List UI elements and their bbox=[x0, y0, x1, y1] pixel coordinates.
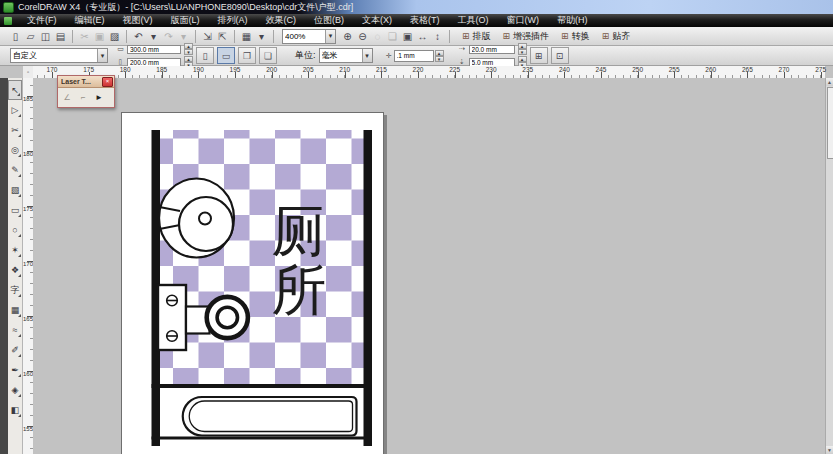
bathtub-object[interactable] bbox=[183, 397, 357, 436]
chevron-down-icon[interactable]: ▾ bbox=[97, 49, 107, 62]
undo-icon[interactable]: ↶ bbox=[131, 29, 146, 44]
table-tool[interactable]: ▦ bbox=[8, 300, 22, 320]
menu-item[interactable]: 版面(L) bbox=[162, 14, 209, 27]
zoom-page-height-icon[interactable]: ↕ bbox=[430, 29, 445, 44]
new-icon[interactable]: ▯ bbox=[8, 29, 23, 44]
zoom-level-input[interactable] bbox=[283, 32, 325, 41]
all-pages-button[interactable]: ❐ bbox=[238, 47, 256, 64]
chevron-down-icon[interactable]: ▾ bbox=[362, 49, 372, 62]
stepper-down-icon[interactable]: ▾ bbox=[518, 49, 527, 55]
landscape-button[interactable]: ▭ bbox=[217, 47, 235, 64]
scrollbar-thumb[interactable] bbox=[827, 87, 833, 159]
text-tool[interactable]: 字 bbox=[8, 280, 22, 300]
page[interactable]: 厕 所 bbox=[121, 112, 384, 454]
eyedropper-tool[interactable]: ✐ bbox=[8, 340, 22, 360]
snap-to-objects-button[interactable]: ⊡ bbox=[551, 47, 569, 64]
sink-drain[interactable] bbox=[199, 213, 211, 225]
menu-item[interactable]: 效果(C) bbox=[257, 14, 306, 27]
interactive-fill-tool[interactable]: ◧ bbox=[8, 400, 22, 420]
zoom-page-width-icon[interactable]: ↔ bbox=[415, 29, 430, 44]
menu-item[interactable]: 视图(V) bbox=[114, 14, 162, 27]
laser-corner-tool[interactable]: ⌐ bbox=[76, 91, 90, 105]
separator[interactable] bbox=[234, 30, 235, 43]
import-icon[interactable]: ⇲ bbox=[200, 29, 215, 44]
redo-caret-icon[interactable]: ▾ bbox=[176, 29, 191, 44]
menu-item[interactable]: 排列(A) bbox=[209, 14, 257, 27]
room-label[interactable]: 厕 所 bbox=[272, 199, 327, 322]
laser-arrow-tool[interactable]: ► bbox=[92, 91, 106, 105]
snap-to-grid-button[interactable]: ⊞ bbox=[530, 47, 548, 64]
units-combo[interactable]: ▾ bbox=[319, 48, 373, 63]
scroll-up-icon[interactable]: ▲ bbox=[826, 78, 833, 86]
drawing-canvas[interactable]: 厕 所 bbox=[122, 113, 383, 454]
laser-toolbar[interactable]: Laser T... × ∠⌐► bbox=[57, 75, 115, 108]
menu-item[interactable]: 文件(F) bbox=[18, 14, 66, 27]
blend-tool[interactable]: ≈ bbox=[8, 320, 22, 340]
crop-tool[interactable]: ✂ bbox=[8, 120, 22, 140]
stepper-down-icon[interactable]: ▾ bbox=[435, 56, 444, 62]
room-wall-right[interactable] bbox=[364, 130, 373, 446]
portrait-button[interactable]: ▯ bbox=[196, 47, 214, 64]
room-label-char-1[interactable]: 厕 bbox=[272, 199, 327, 263]
room-label-char-2[interactable]: 所 bbox=[272, 258, 327, 322]
print-icon[interactable]: ▤ bbox=[53, 29, 68, 44]
chevron-down-icon[interactable]: ▾ bbox=[325, 30, 335, 43]
page-width-input[interactable] bbox=[127, 45, 181, 54]
ellipse-tool[interactable]: ○ bbox=[8, 220, 22, 240]
redo-icon[interactable]: ↷ bbox=[161, 29, 176, 44]
close-icon[interactable]: × bbox=[102, 77, 113, 87]
basic-shapes-tool[interactable]: ❖ bbox=[8, 260, 22, 280]
smart-fill-tool[interactable]: ▧ bbox=[8, 180, 22, 200]
sink-object[interactable] bbox=[159, 179, 234, 258]
paste-icon[interactable]: ▨ bbox=[107, 29, 122, 44]
export-icon[interactable]: ⇱ bbox=[215, 29, 230, 44]
units-input[interactable] bbox=[320, 51, 362, 60]
laser-toolbar-titlebar[interactable]: Laser T... × bbox=[58, 76, 114, 88]
pick-tool[interactable]: ↖ bbox=[8, 80, 22, 100]
open-icon[interactable]: ▱ bbox=[23, 29, 38, 44]
room-wall-divider[interactable] bbox=[152, 384, 373, 388]
undo-caret-icon[interactable]: ▾ bbox=[146, 29, 161, 44]
plugin-convert-button[interactable]: ⊞ 转换 bbox=[561, 30, 590, 43]
document-icon[interactable] bbox=[4, 17, 12, 25]
zoom-selected-icon[interactable]: ◌ bbox=[370, 29, 385, 44]
zoom-level-combo[interactable]: ▾ bbox=[282, 29, 336, 44]
workspace[interactable]: 厕 所 bbox=[33, 78, 825, 454]
menu-item[interactable]: 表格(T) bbox=[401, 14, 449, 27]
zoom-in-icon[interactable]: ⊕ bbox=[340, 29, 355, 44]
room-wall-bottom[interactable] bbox=[152, 437, 373, 440]
page-preset-input[interactable] bbox=[11, 51, 97, 60]
menu-item[interactable]: 编辑(E) bbox=[66, 14, 114, 27]
separator[interactable] bbox=[72, 30, 73, 43]
stepper-down-icon[interactable]: ▾ bbox=[184, 49, 193, 55]
menu-item[interactable]: 位图(B) bbox=[305, 14, 353, 27]
shape-tool[interactable]: ▷ bbox=[8, 100, 22, 120]
save-icon[interactable]: ◫ bbox=[38, 29, 53, 44]
current-page-button[interactable]: ❏ bbox=[259, 47, 277, 64]
nudge-input[interactable] bbox=[394, 50, 434, 62]
separator[interactable] bbox=[195, 30, 196, 43]
vertical-scrollbar[interactable]: ▲ ▼ bbox=[825, 78, 833, 454]
menu-item[interactable]: 工具(O) bbox=[449, 14, 498, 27]
zoom-page-icon[interactable]: ▣ bbox=[400, 29, 415, 44]
plugin-paiban-button[interactable]: ⊞ 排版 bbox=[462, 30, 491, 43]
menu-item[interactable]: 窗口(W) bbox=[498, 14, 549, 27]
cut-icon[interactable]: ✂ bbox=[77, 29, 92, 44]
duplicate-x-input[interactable] bbox=[469, 45, 515, 54]
separator[interactable] bbox=[449, 30, 450, 43]
scroll-down-icon[interactable]: ▼ bbox=[826, 446, 833, 454]
outline-pen-tool[interactable]: ✒ bbox=[8, 360, 22, 380]
zoom-out-icon[interactable]: ⊖ bbox=[355, 29, 370, 44]
page-preset-combo[interactable]: ▾ bbox=[10, 48, 108, 63]
fill-tool[interactable]: ◈ bbox=[8, 380, 22, 400]
zoom-all-objects-icon[interactable]: ❏ bbox=[385, 29, 400, 44]
app-icon[interactable] bbox=[3, 2, 14, 13]
separator[interactable] bbox=[126, 30, 127, 43]
plugin-snap-button[interactable]: ⊞ 贴齐 bbox=[602, 30, 631, 43]
freehand-tool[interactable]: ✎ bbox=[8, 160, 22, 180]
app-launcher-icon[interactable]: ▦ bbox=[239, 29, 254, 44]
menu-item[interactable]: 帮助(H) bbox=[548, 14, 597, 27]
copy-icon[interactable]: ▣ bbox=[92, 29, 107, 44]
separator[interactable] bbox=[273, 30, 274, 43]
launcher-caret-icon[interactable]: ▾ bbox=[254, 29, 269, 44]
